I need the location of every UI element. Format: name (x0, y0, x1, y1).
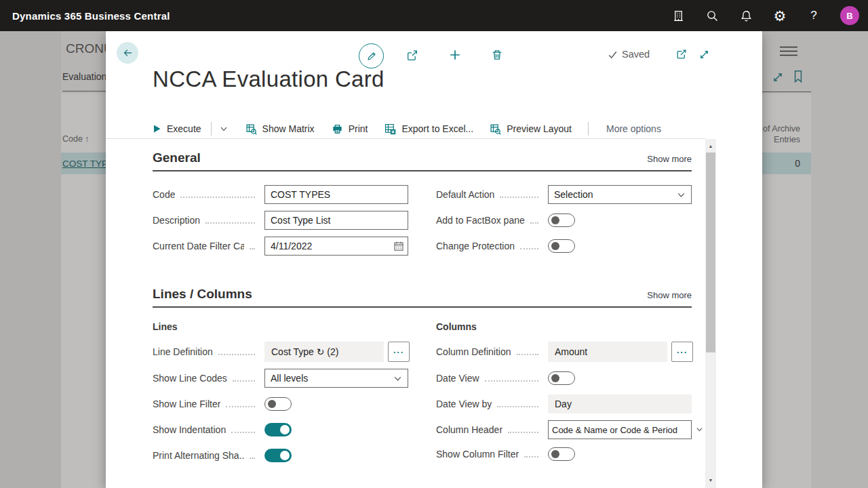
date-view-by-value: Day (548, 394, 692, 413)
resize-dialog-button[interactable] (698, 49, 710, 60)
popout-icon (675, 49, 687, 60)
scrollbar-thumb[interactable] (706, 152, 715, 352)
column-definition-assist-edit-button[interactable]: ··· (671, 342, 693, 362)
date-filter-input[interactable] (264, 237, 408, 256)
dim-overlay-left (0, 31, 106, 488)
general-heading: General (153, 150, 201, 165)
scroll-up-arrow[interactable]: ▲ (705, 140, 716, 151)
open-in-new-window-button[interactable] (675, 49, 687, 60)
show-line-codes-select[interactable]: All levels (264, 369, 408, 388)
show-line-filter-toggle[interactable] (264, 397, 292, 411)
print-alternating-toggle[interactable] (264, 449, 292, 462)
dotted-leader (180, 197, 255, 198)
user-avatar[interactable]: B (840, 6, 859, 25)
edit-button[interactable] (359, 43, 384, 68)
chevron-down-icon (696, 426, 703, 433)
dotted-leader (485, 380, 538, 382)
more-options-button[interactable]: More options (606, 123, 661, 134)
field-row-show-indentation: Show Indentation (153, 420, 292, 439)
background-page-left: CRONUS Evaluations Code ↑ COST TYPE (0, 31, 106, 488)
action-bar-divider (106, 138, 705, 139)
notifications-bell-icon[interactable] (738, 8, 753, 23)
line-definition-label: Line Definition (153, 346, 264, 357)
show-indentation-toggle[interactable] (264, 423, 292, 436)
description-label: Description (153, 215, 264, 226)
dotted-leader (205, 222, 255, 224)
preview-grid-icon (490, 123, 501, 135)
delete-button[interactable] (491, 49, 503, 61)
settings-gear-icon[interactable]: ⚙ (772, 8, 787, 23)
date-filter-label: Current Date Filter Ca... (153, 241, 264, 251)
help-icon[interactable]: ? (806, 8, 821, 23)
toolbar-divider (211, 122, 212, 136)
action-bar: Execute Show Matrix Print Export to Exce… (153, 119, 661, 138)
show-matrix-button[interactable]: Show Matrix (245, 123, 315, 135)
show-indentation-label: Show Indentation (153, 424, 264, 435)
execute-dropdown-button[interactable] (220, 125, 228, 133)
column-definition-value: Amount (548, 342, 667, 362)
factbox-toggle[interactable] (548, 214, 575, 227)
matrix-grid-icon (245, 123, 257, 135)
show-line-codes-label: Show Line Codes (153, 373, 264, 384)
field-row-show-column-filter: Show Column Filter (436, 445, 575, 464)
lines-columns-section-header: Lines / Columns Show more (153, 287, 692, 308)
save-status-label: Saved (622, 49, 650, 60)
field-row-line-definition: Line Definition Cost Type ↻ (2) ··· (153, 342, 410, 362)
field-row-column-header: Column Header (436, 420, 692, 439)
field-row-date-filter: Current Date Filter Ca... (153, 237, 408, 256)
printer-icon (332, 123, 343, 135)
date-view-toggle[interactable] (548, 371, 575, 385)
topbar-icons: ⚙ ? B (671, 6, 868, 25)
share-button[interactable] (406, 49, 418, 62)
lines-columns-show-more-link[interactable]: Show more (647, 290, 692, 300)
show-column-filter-toggle[interactable] (548, 447, 575, 461)
line-definition-value: Cost Type ↻ (2) (264, 342, 384, 362)
field-row-default-action: Default Action Selection (436, 185, 692, 204)
dotted-leader (517, 354, 539, 355)
export-to-excel-button[interactable]: Export to Excel... (384, 123, 473, 135)
field-row-date-view-by: Date View by Day (436, 394, 692, 413)
print-button[interactable]: Print (332, 123, 368, 135)
field-row-date-view: Date View (436, 369, 575, 388)
column-header-input[interactable] (548, 420, 692, 439)
back-arrow-icon (122, 47, 133, 58)
preview-layout-button[interactable]: Preview Layout (490, 123, 572, 135)
lines-columns-heading: Lines / Columns (153, 287, 252, 302)
search-icon[interactable] (705, 8, 719, 23)
dotted-leader (500, 197, 538, 198)
date-view-by-label: Date View by (436, 399, 548, 409)
new-button[interactable] (449, 49, 461, 61)
line-definition-assist-edit-button[interactable]: ··· (388, 342, 410, 362)
column-header-label: Column Header (436, 424, 548, 435)
execute-button[interactable]: Execute (153, 123, 201, 134)
date-view-label: Date View (436, 373, 548, 384)
dotted-leader (508, 432, 538, 433)
default-action-select[interactable]: Selection (548, 185, 692, 204)
app-header: Dynamics 365 Business Central ⚙ ? B (0, 0, 868, 31)
lines-subheading: Lines (153, 321, 178, 332)
default-action-label: Default Action (436, 189, 548, 200)
company-environment-icon[interactable] (671, 8, 686, 23)
general-section-header: General Show more (153, 150, 692, 171)
change-protection-toggle[interactable] (548, 239, 575, 253)
dotted-leader (233, 380, 255, 382)
scroll-down-arrow[interactable]: ▼ (705, 474, 716, 485)
show-line-filter-label: Show Line Filter (153, 399, 264, 409)
columns-subheading: Columns (436, 321, 477, 332)
dim-overlay-right (762, 31, 868, 488)
code-label: Code (153, 189, 264, 200)
vertical-scrollbar[interactable]: ▲ ▼ (705, 139, 716, 488)
dotted-leader (520, 248, 538, 249)
code-input[interactable] (264, 185, 408, 204)
back-button[interactable] (117, 42, 138, 64)
field-row-code: Code (153, 185, 408, 204)
background-page-right: of Archive Entries 0 (762, 31, 868, 488)
description-input[interactable] (264, 211, 408, 230)
plus-icon (449, 49, 461, 61)
page-title: NCCA Evaluation Card (153, 66, 384, 92)
chevron-down-icon (677, 190, 686, 199)
chevron-down-icon (220, 125, 228, 133)
field-row-change-protection: Change Protection (436, 237, 575, 256)
general-show-more-link[interactable]: Show more (647, 154, 692, 164)
print-alternating-label: Print Alternating Sha... (153, 450, 264, 461)
